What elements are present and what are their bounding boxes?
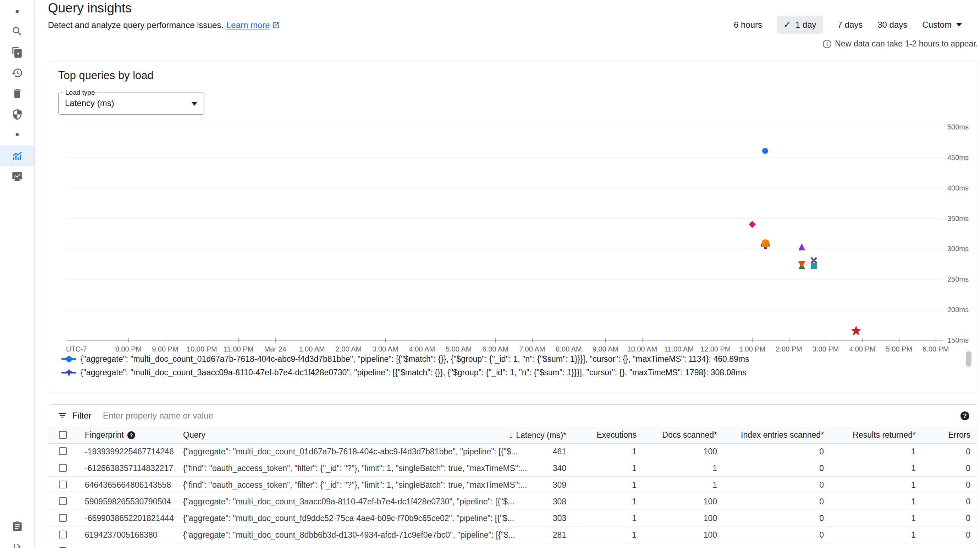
learn-more-link[interactable]: Learn more <box>226 20 280 30</box>
query-cell: {"aggregate": "multi_doc_count_8dbb6b3d-… <box>183 527 515 543</box>
rounded-square-data-point <box>762 240 769 247</box>
latency-cell: 309 <box>553 477 566 493</box>
sidebar-item-history[interactable] <box>0 64 34 82</box>
help-icon[interactable]: ? <box>127 431 135 439</box>
time-range-selector: 6 hours ✓ 1 day 7 days 30 days Custom <box>734 16 962 34</box>
index-entries-cell: 0 <box>819 460 824 477</box>
query-cell: {"aggregate": "multi_doc_count_fd9ddc52-… <box>183 510 514 526</box>
row-checkbox[interactable] <box>59 514 67 522</box>
page-scrollbar[interactable] <box>966 351 972 367</box>
column-header-latency[interactable]: ↓Latency (ms)* <box>509 427 566 444</box>
fingerprint-cell: -1939399225467714246 <box>85 443 174 460</box>
table-row[interactable]: -6126638357114832217{"find": "oauth_acce… <box>48 460 978 477</box>
filter-input[interactable] <box>102 405 600 427</box>
results-returned-cell: 1 <box>911 460 916 477</box>
legend-item[interactable]: {"aggregate": "multi_doc_count_3aacc09a-… <box>61 366 749 379</box>
row-checkbox[interactable] <box>59 464 67 472</box>
table-row[interactable]: -8295002236194316765{"aggregate": "multi… <box>48 543 978 548</box>
column-header-results-returned[interactable]: Results returned* <box>853 427 916 443</box>
errors-cell: 0 <box>966 527 970 543</box>
x-axis-label: 6:00 PM <box>909 345 962 353</box>
column-header-errors[interactable]: Errors <box>948 427 970 443</box>
column-header-query[interactable]: Query <box>183 427 205 443</box>
time-range-6-hours[interactable]: 6 hours <box>734 20 762 30</box>
scatter-plot-area: 500ms450ms400ms350ms300ms250ms200ms150ms… <box>48 61 978 392</box>
help-icon[interactable]: ? <box>961 411 969 420</box>
gridline <box>66 249 943 249</box>
row-checkbox[interactable] <box>59 447 67 455</box>
x-axis-tick <box>165 338 165 343</box>
y-axis-label: 250ms <box>947 275 979 283</box>
latency-cell: 281 <box>553 527 566 543</box>
table-row[interactable]: -1939399225467714246{"aggregate": "multi… <box>48 443 978 460</box>
queries-table-card: Filter ? Fingerprint ? Query ↓Latency (m… <box>48 404 978 548</box>
shield-icon <box>11 108 23 120</box>
row-checkbox[interactable] <box>59 481 67 488</box>
x-axis-tick <box>935 338 936 343</box>
row-checkbox[interactable] <box>59 531 67 538</box>
executions-cell: 1 <box>632 493 636 510</box>
x-axis-tick <box>312 338 312 343</box>
page-subtitle: Detect and analyze query performance iss… <box>48 20 280 30</box>
system-insights-icon <box>11 171 23 182</box>
time-range-custom[interactable]: Custom <box>922 20 962 30</box>
x-axis-tick <box>532 338 533 343</box>
fingerprint-cell: 6194237005168380 <box>85 527 158 543</box>
query-cell: {"aggregate": "multi_doc_count_3aacc09a-… <box>183 493 514 510</box>
legend-item[interactable]: {"aggregate": "multi_doc_count_01d67a7b-… <box>61 352 749 366</box>
x-axis-tick <box>349 338 349 343</box>
plus-legend-marker <box>61 372 76 373</box>
time-range-1-day-selected[interactable]: ✓ 1 day <box>777 16 823 34</box>
sidebar-item-query-insights[interactable] <box>0 145 34 166</box>
sidebar-item-search[interactable] <box>0 22 34 40</box>
row-checkbox[interactable] <box>59 497 67 505</box>
sidebar-item-collapse[interactable] <box>0 537 34 548</box>
filter-label: Filter <box>72 405 91 427</box>
sidebar-item-trash[interactable] <box>0 84 34 103</box>
latency-cell: 274 <box>553 543 566 548</box>
circle-legend-marker <box>61 358 76 360</box>
triangle-up-data-point <box>798 243 805 250</box>
plus-icon <box>66 370 72 376</box>
errors-cell: 0 <box>966 510 970 526</box>
table-row[interactable]: 6464365664806143558{"find": "oauth_acces… <box>48 477 978 493</box>
table-row[interactable]: 5909598265530790504{"aggregate": "multi_… <box>48 493 978 510</box>
fingerprint-cell: 6464365664806143558 <box>85 477 171 493</box>
batch-docs-icon <box>11 46 23 58</box>
sidebar-item-notes[interactable] <box>0 517 34 535</box>
query-cell: {"aggregate": "multi_doc_count_01d67a7b-… <box>183 443 518 460</box>
table-row[interactable]: -6699038652201821444{"aggregate": "multi… <box>48 510 978 527</box>
latency-cell: 303 <box>553 510 566 526</box>
gridline <box>66 127 943 127</box>
column-header-index-entries[interactable]: Index entries scanned* <box>741 427 824 443</box>
column-header-executions[interactable]: Executions <box>597 427 636 443</box>
index-entries-cell: 0 <box>819 493 824 510</box>
results-returned-cell: 1 <box>911 527 916 543</box>
chevron-down-icon <box>956 23 962 27</box>
gridline <box>66 279 943 280</box>
executions-cell: 1 <box>632 527 636 543</box>
docs-scanned-cell: 100 <box>703 443 717 460</box>
table-row[interactable]: 6194237005168380{"aggregate": "multi_doc… <box>48 527 978 543</box>
time-range-30-days[interactable]: 30 days <box>877 20 907 30</box>
sidebar-item-system-insights[interactable] <box>0 167 34 186</box>
x-axis-tick <box>495 338 496 343</box>
errors-cell: 0 <box>966 477 970 493</box>
collapse-panel-icon <box>11 541 23 548</box>
sort-descending-icon: ↓ <box>509 430 514 440</box>
query-cell: {"aggregate": "multi_doc_count_daa97cb4-… <box>183 543 520 548</box>
x-axis-tick <box>862 338 862 343</box>
sidebar-item-batch-docs[interactable] <box>0 43 34 61</box>
x-axis-tick <box>899 338 899 343</box>
time-range-7-days[interactable]: 7 days <box>838 20 863 30</box>
sidebar-item-shield[interactable] <box>0 105 34 124</box>
x-axis-tick <box>752 338 752 343</box>
index-entries-cell: 0 <box>819 543 824 548</box>
column-header-fingerprint[interactable]: Fingerprint ? <box>85 427 135 443</box>
filter-icon <box>57 411 67 421</box>
column-header-docs-scanned[interactable]: Docs scanned* <box>662 427 717 443</box>
fingerprint-cell: -8295002236194316765 <box>85 543 174 548</box>
gridline <box>66 157 943 158</box>
select-all-checkbox[interactable] <box>59 431 67 439</box>
table-body: -1939399225467714246{"aggregate": "multi… <box>48 443 978 548</box>
